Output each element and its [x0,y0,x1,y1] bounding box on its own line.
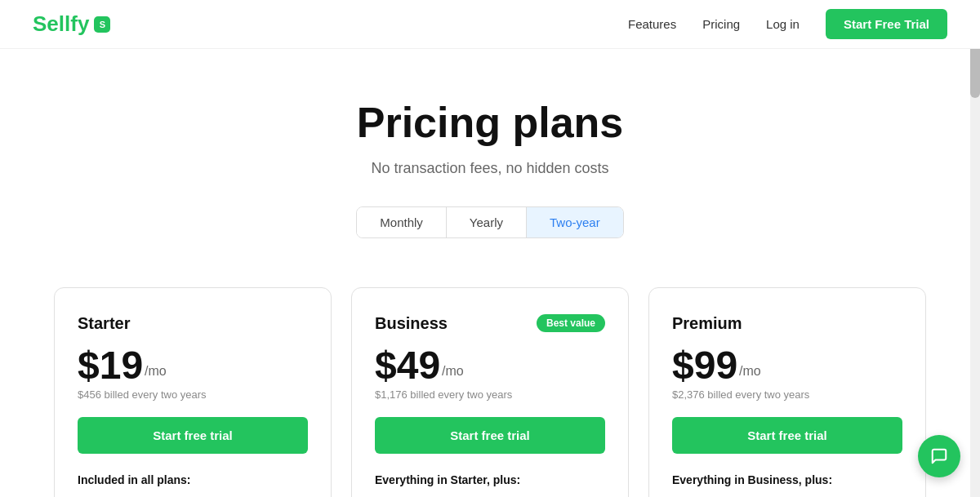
toggle-yearly[interactable]: Yearly [447,207,527,237]
cta-premium[interactable]: Start free trial [672,417,902,454]
chat-bubble-button[interactable] [918,435,960,477]
plan-premium: Premium $99 /mo $2,376 billed every two … [648,287,926,497]
price-billed-business: $1,176 billed every two years [375,388,605,401]
toggle-group: Monthly Yearly Two-year [356,206,623,238]
plan-name-starter: Starter [78,314,308,333]
cta-starter[interactable]: Start free trial [78,417,308,454]
price-wrap-starter: $19 /mo [78,346,308,385]
start-trial-button[interactable]: Start Free Trial [826,9,947,39]
features-label-premium: Everything in Business, plus: [672,473,902,486]
features-label-starter: Included in all plans: [78,473,308,486]
toggle-twoyear[interactable]: Two-year [527,207,623,237]
price-wrap-business: $49 /mo [375,346,605,385]
price-amount-premium: $99 [672,346,737,385]
price-amount-starter: $19 [78,346,143,385]
plan-name-premium: Premium [672,314,902,333]
price-period-starter: /mo [145,364,167,379]
nav-login[interactable]: Log in [766,17,800,31]
plan-starter: Starter $19 /mo $456 billed every two ye… [54,287,332,497]
logo-text: Sellfy [33,11,89,37]
nav-features[interactable]: Features [628,17,676,31]
nav-pricing[interactable]: Pricing [702,17,740,31]
pricing-cards: Starter $19 /mo $456 billed every two ye… [0,287,980,497]
scrollbar[interactable] [970,0,980,497]
hero-subtitle: No transaction fees, no hidden costs [16,160,964,177]
nav: Features Pricing Log in Start Free Trial [628,9,947,39]
price-period-premium: /mo [739,364,761,379]
price-billed-premium: $2,376 billed every two years [672,388,902,401]
toggle-monthly[interactable]: Monthly [357,207,447,237]
best-value-badge: Best value [537,314,605,332]
billing-toggle: Monthly Yearly Two-year [16,206,964,238]
features-label-business: Everything in Starter, plus: [375,473,605,486]
chat-icon [930,447,948,465]
page-title: Pricing plans [16,98,964,147]
price-billed-starter: $456 billed every two years [78,388,308,401]
cta-business[interactable]: Start free trial [375,417,605,454]
price-wrap-premium: $99 /mo [672,346,902,385]
logo: Sellfy S [33,11,110,37]
hero-section: Pricing plans No transaction fees, no hi… [0,49,980,287]
price-period-business: /mo [442,364,464,379]
price-amount-business: $49 [375,346,440,385]
logo-badge: S [94,16,110,33]
header: Sellfy S Features Pricing Log in Start F… [0,0,980,49]
plan-business: Business Best value $49 /mo $1,176 bille… [351,287,629,497]
